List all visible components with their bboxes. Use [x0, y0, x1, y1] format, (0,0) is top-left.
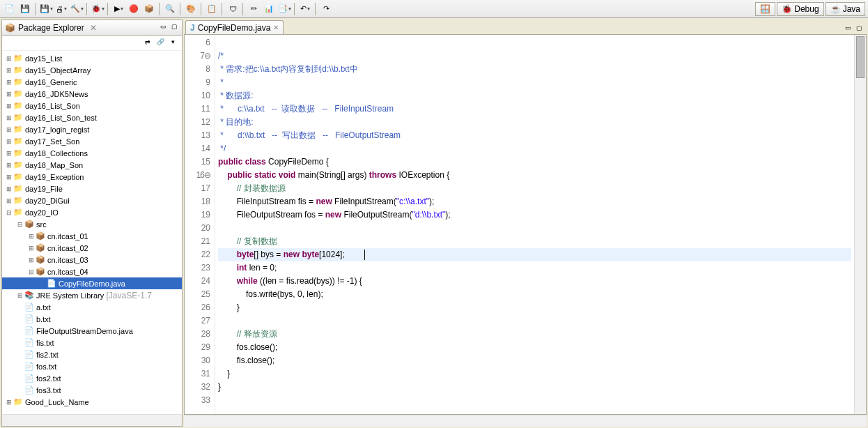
tree-twisty[interactable]: ⊞	[5, 55, 13, 62]
toolbar-button[interactable]: ↶	[298, 2, 312, 16]
toolbar-button[interactable]: 📊	[262, 2, 276, 16]
code-line[interactable]: FileInputStream fis = new FileInputStrea…	[218, 195, 851, 208]
toolbar-icon[interactable]: ▾	[168, 38, 178, 48]
tree-item[interactable]: ⊟📁day20_IO	[2, 206, 182, 218]
code-line[interactable]: }	[218, 381, 851, 394]
scrollbar-thumb[interactable]	[856, 36, 865, 78]
tree-item[interactable]: ⊞📁day16_Generic	[2, 76, 182, 88]
tree-twisty[interactable]: ⊞	[5, 399, 13, 406]
toolbar-button[interactable]: 📑	[277, 2, 291, 16]
project-tree[interactable]: ⊞📁day15_List⊞📁day15_ObjectArray⊞📁day16_G…	[2, 51, 182, 414]
close-icon[interactable]: ✕	[273, 24, 279, 31]
code-line[interactable]: * 需求:把c:\\a.txt内容复制到d:\\b.txt中	[218, 63, 851, 76]
toolbar-button[interactable]: ▶	[111, 2, 125, 16]
toolbar-button[interactable]: 🐞	[91, 2, 104, 16]
tree-twisty[interactable]: ⊞	[5, 197, 13, 204]
code-line[interactable]: *	[218, 76, 851, 89]
code-line[interactable]: fos.write(bys, 0, len);	[218, 288, 851, 301]
code-line[interactable]: FileOutputStream fos = new FileOutputStr…	[218, 208, 851, 222]
minimize-icon[interactable]: ▭	[158, 23, 168, 33]
tab-copyfiledemo[interactable]: J CopyFileDemo.java ✕	[185, 20, 284, 34]
code-line[interactable]: public class CopyFileDemo {	[218, 155, 851, 169]
tree-item[interactable]: 📄fos.txt	[2, 360, 182, 372]
toolbar-button[interactable]: 🖨	[54, 2, 68, 16]
tree-twisty[interactable]: ⊞	[27, 245, 35, 252]
minimize-icon[interactable]: ▭	[843, 24, 853, 34]
code-editor[interactable]: 67⊖8910111213141516⊖17181920212223242526…	[184, 35, 867, 415]
tree-item[interactable]: ⊞📁day16_List_Son_test	[2, 112, 182, 123]
tree-twisty[interactable]: ⊞	[5, 138, 13, 145]
tree-item[interactable]: ⊞📁day18_Collections	[2, 147, 182, 159]
tree-item[interactable]: ⊟📦src	[2, 218, 182, 230]
tree-twisty[interactable]: ⊞	[5, 102, 13, 109]
toolbar-button[interactable]: ↷	[319, 2, 333, 16]
tree-twisty[interactable]: ⊞	[5, 79, 13, 86]
tree-item[interactable]: ⊞📁day15_ObjectArray	[2, 64, 182, 76]
code-line[interactable]: // 复制数据	[218, 235, 851, 248]
tree-item[interactable]: ⊟📦cn.itcast_04	[2, 266, 182, 277]
tree-item[interactable]: 📄b.txt	[2, 313, 182, 325]
code-line[interactable]: fos.close();	[218, 341, 851, 354]
tree-item[interactable]: ⊞📁day20_DiGui	[2, 194, 182, 206]
tree-twisty[interactable]: ⊟	[5, 209, 13, 216]
tree-twisty[interactable]: ⊞	[5, 162, 13, 169]
code-line[interactable]: * c:\\a.txt -- 读取数据 -- FileInputStream	[218, 102, 851, 116]
toolbar-icon[interactable]: 🔗	[155, 38, 165, 48]
tree-item[interactable]: 📄fos2.txt	[2, 372, 182, 384]
perspective-button[interactable]: 🪟	[755, 2, 775, 16]
tree-item[interactable]: ⊞📁day16_List_Son	[2, 100, 182, 112]
code-line[interactable]: while ((len = fis.read(bys)) != -1) {	[218, 275, 851, 288]
tree-item[interactable]: ⊞📦cn.itcast_02	[2, 242, 182, 254]
toolbar-button[interactable]: 🛡	[226, 2, 240, 16]
perspective-button[interactable]: 🐞Debug	[777, 2, 823, 16]
tree-item[interactable]: ⊞📁day18_Map_Son	[2, 159, 182, 171]
code-line[interactable]: */	[218, 142, 851, 155]
tree-twisty[interactable]: ⊞	[27, 233, 35, 240]
tree-item[interactable]: 📄CopyFileDemo.java	[2, 277, 182, 289]
close-icon[interactable]: ✕	[90, 23, 97, 33]
toolbar-button[interactable]: 🎨	[184, 2, 198, 16]
tree-item[interactable]: ⊞📁day15_List	[2, 52, 182, 64]
toolbar-button[interactable]: 💾	[18, 2, 32, 16]
tree-twisty[interactable]: ⊞	[5, 185, 13, 192]
toolbar-button[interactable]: 🔨	[70, 2, 84, 16]
tree-item[interactable]: 📄fos3.txt	[2, 384, 182, 396]
tree-twisty[interactable]: ⊟	[16, 221, 24, 228]
toolbar-button[interactable]: 💾	[39, 2, 53, 16]
code-line[interactable]	[218, 36, 851, 49]
vertical-scrollbar[interactable]	[854, 35, 866, 414]
tree-twisty[interactable]: ⊞	[5, 174, 13, 181]
tree-twisty[interactable]: ⊞	[5, 126, 13, 133]
code-line[interactable]: * 目的地:	[218, 116, 851, 129]
code-line[interactable]: * 数据源:	[218, 89, 851, 102]
tree-item[interactable]: ⊞📁day17_login_regist	[2, 123, 182, 135]
code-line[interactable]: * d:\\b.txt -- 写出数据 -- FileOutputStream	[218, 129, 851, 142]
tree-twisty[interactable]: ⊞	[5, 150, 13, 157]
tree-item[interactable]: ⊞📦cn.itcast_01	[2, 230, 182, 242]
code-line[interactable]: // 释放资源	[218, 328, 851, 341]
horizontal-scrollbar[interactable]	[2, 414, 182, 426]
code-line[interactable]: public static void main(String[] args) t…	[218, 169, 851, 182]
code-line[interactable]: fis.close();	[218, 354, 851, 367]
toolbar-button[interactable]: 📦	[142, 2, 156, 16]
tree-item[interactable]: 📄a.txt	[2, 301, 182, 313]
code-line[interactable]: }	[218, 367, 851, 381]
tree-item[interactable]: ⊞📁day19_Exception	[2, 171, 182, 183]
code-line[interactable]: byte[] bys = new byte[1024];	[218, 248, 851, 261]
code-line[interactable]	[218, 314, 851, 328]
tree-twisty[interactable]: ⊞	[5, 114, 13, 121]
code-line[interactable]: int len = 0;	[218, 261, 851, 275]
horizontal-scrollbar[interactable]	[184, 415, 867, 427]
toolbar-icon[interactable]: ⇄	[143, 38, 153, 48]
tree-twisty[interactable]: ⊟	[27, 268, 35, 275]
perspective-button[interactable]: ☕Java	[826, 2, 865, 16]
toolbar-button[interactable]: 🔍	[163, 2, 177, 16]
tree-item[interactable]: 📄FileOutputStreamDemo.java	[2, 325, 182, 337]
maximize-icon[interactable]: ▢	[169, 23, 179, 33]
tree-item[interactable]: 📄fis.txt	[2, 337, 182, 349]
code-line[interactable]: }	[218, 301, 851, 314]
maximize-icon[interactable]: ▢	[854, 24, 864, 34]
tree-item[interactable]: ⊞📁day17_Set_Son	[2, 135, 182, 147]
code-line[interactable]: /*	[218, 49, 851, 63]
tree-item[interactable]: ⊞📚JRE System Library [JavaSE-1.7	[2, 289, 182, 301]
